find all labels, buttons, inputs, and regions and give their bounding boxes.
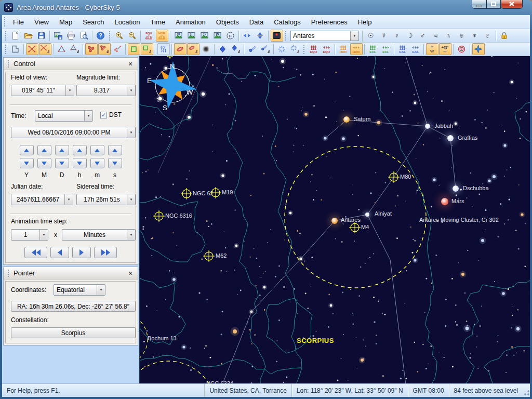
menu-animation[interactable]: Animation bbox=[170, 16, 211, 28]
face-west-button[interactable]: W bbox=[211, 30, 224, 42]
spin-up-h[interactable] bbox=[73, 145, 87, 155]
galaxies-button[interactable] bbox=[174, 43, 187, 55]
spin-down-y[interactable] bbox=[20, 158, 34, 168]
title-bar[interactable]: Area Around Antares - CyberSky 5 bbox=[0, 0, 532, 15]
constellation-labels-button[interactable]: A bbox=[39, 43, 51, 55]
menu-help[interactable]: Help bbox=[353, 16, 377, 28]
time-mode-combo-arrow-icon[interactable] bbox=[84, 111, 92, 121]
comets-button[interactable] bbox=[246, 43, 259, 55]
toolbar1-grip[interactable] bbox=[5, 31, 7, 41]
meteor-shower-labels-button[interactable]: A bbox=[289, 43, 301, 55]
zoom-in-button[interactable] bbox=[113, 30, 126, 42]
spin-down-s[interactable] bbox=[108, 158, 122, 168]
fov-combo-arrow-icon[interactable] bbox=[65, 85, 74, 96]
galactic-grid-button[interactable]: GAL bbox=[396, 43, 409, 55]
galactic-line-button[interactable]: GAL bbox=[409, 43, 422, 55]
flip-horizontal-button[interactable] bbox=[241, 30, 254, 42]
spin-down-d[interactable] bbox=[55, 158, 69, 168]
star-clusters-button[interactable] bbox=[85, 43, 98, 55]
dark-nebulae-button[interactable] bbox=[200, 43, 212, 55]
milky-way-button[interactable] bbox=[157, 43, 170, 55]
anim-value-combo-arrow-icon[interactable] bbox=[39, 230, 48, 240]
toolbar2-grip[interactable] bbox=[5, 45, 7, 54]
julian-combo-arrow-icon[interactable] bbox=[64, 194, 73, 205]
nebulae-button[interactable] bbox=[128, 43, 140, 55]
pointer-panel-close-icon[interactable] bbox=[126, 269, 135, 277]
help-button[interactable]: ? bbox=[95, 30, 107, 42]
face-north-button[interactable]: N bbox=[172, 30, 185, 42]
spin-down-h[interactable] bbox=[73, 158, 87, 168]
pointer-panel-header[interactable]: Pointer bbox=[4, 267, 138, 280]
spin-down-m[interactable] bbox=[90, 158, 104, 168]
menu-catalogs[interactable]: Catalogs bbox=[269, 16, 305, 28]
asterism-labels-button[interactable]: A bbox=[69, 43, 81, 55]
constellation-boundaries-button[interactable] bbox=[9, 43, 22, 55]
menu-preferences[interactable]: Preferences bbox=[306, 16, 353, 28]
saturn-toggle-button[interactable]: ♄ bbox=[443, 30, 455, 42]
fov-combo[interactable]: 019° 45′ 11″ bbox=[11, 85, 74, 96]
anim-unit-combo-arrow-icon[interactable] bbox=[127, 230, 135, 240]
datetime-combo-arrow-icon[interactable] bbox=[127, 127, 135, 138]
magnitude-combo[interactable]: 8.317 bbox=[76, 85, 136, 96]
ecliptic-line-button[interactable]: ECL bbox=[380, 43, 392, 55]
equatorial-grid-button[interactable]: EQU bbox=[308, 43, 320, 55]
coordinates-combo-arrow-icon[interactable] bbox=[97, 285, 105, 295]
ecliptic-grid-button[interactable]: ECL bbox=[367, 43, 379, 55]
spin-up-m[interactable] bbox=[37, 145, 51, 155]
magnitude-combo-arrow-icon[interactable] bbox=[127, 85, 135, 96]
menu-data[interactable]: Data bbox=[244, 16, 269, 28]
pluto-toggle-button[interactable]: ♇ bbox=[482, 30, 494, 42]
mars-toggle-button[interactable]: ♂ bbox=[417, 30, 429, 42]
horizon-line-button[interactable]: HOR bbox=[350, 43, 363, 55]
star-cluster-outlines-button[interactable] bbox=[111, 43, 124, 55]
face-south-button[interactable]: S bbox=[198, 30, 211, 42]
follow-object-button[interactable]: F bbox=[224, 30, 237, 42]
search-object-combo[interactable]: Antares bbox=[290, 31, 359, 41]
venus-toggle-button[interactable]: ♀ bbox=[391, 30, 403, 42]
center-locked-object-button[interactable] bbox=[271, 30, 283, 42]
spin-up-d[interactable] bbox=[55, 145, 69, 155]
menu-search[interactable]: Search bbox=[77, 16, 109, 28]
dst-checkbox[interactable]: ✓ DST bbox=[100, 111, 122, 118]
galaxy-labels-button[interactable]: A bbox=[187, 43, 200, 55]
coordinates-mode-combo[interactable]: Equatorial bbox=[54, 284, 105, 296]
horizon-coordinates-button[interactable]: HOR bbox=[156, 30, 168, 42]
nebula-labels-button[interactable]: A bbox=[141, 43, 153, 55]
control-panel-close-icon[interactable] bbox=[126, 60, 135, 68]
spin-up-m[interactable] bbox=[90, 145, 104, 155]
menu-grip[interactable] bbox=[4, 17, 6, 26]
search-combo-arrow-icon[interactable] bbox=[350, 31, 358, 41]
spin-down-m[interactable] bbox=[37, 158, 51, 168]
print-preview-button[interactable] bbox=[78, 30, 90, 42]
animate-forward-button[interactable] bbox=[72, 247, 91, 258]
toolbar-grip[interactable] bbox=[109, 31, 111, 41]
minimize-button[interactable] bbox=[472, 0, 486, 9]
close-button[interactable] bbox=[501, 0, 523, 9]
menu-view[interactable]: View bbox=[29, 16, 54, 28]
save-file-button[interactable] bbox=[35, 30, 48, 42]
datetime-combo[interactable]: Wed 08/10/2016 09:00:00 PM bbox=[11, 127, 136, 138]
flip-vertical-button[interactable] bbox=[254, 30, 267, 42]
lock-position-button[interactable] bbox=[498, 30, 511, 42]
pointer-panel-grip[interactable] bbox=[7, 270, 10, 277]
time-mode-combo[interactable]: Local bbox=[35, 110, 93, 122]
toolbar-grip[interactable] bbox=[285, 31, 287, 41]
stars-button[interactable] bbox=[217, 43, 229, 55]
comet-labels-button[interactable]: A bbox=[259, 43, 272, 55]
dst-checkbox-check-icon[interactable]: ✓ bbox=[100, 112, 107, 118]
equatorial-coordinates-button[interactable]: EQU bbox=[143, 30, 155, 42]
sidereal-combo-arrow-icon[interactable] bbox=[127, 194, 135, 205]
meteor-showers-button[interactable] bbox=[276, 43, 288, 55]
star-cluster-labels-button[interactable]: A bbox=[98, 43, 111, 55]
jupiter-toggle-button[interactable]: ♃ bbox=[430, 30, 442, 42]
animate-backward-button[interactable] bbox=[50, 247, 69, 258]
toolbar-grip[interactable] bbox=[303, 45, 305, 54]
new-document-button[interactable] bbox=[9, 30, 22, 42]
sky-map[interactable]: SaturnMarsAntaresJabbahGraffiasDschubbaA… bbox=[139, 56, 530, 383]
menu-objects[interactable]: Objects bbox=[211, 16, 244, 28]
horizon-grid-button[interactable]: HOR bbox=[337, 43, 350, 55]
menu-time[interactable]: Time bbox=[145, 16, 170, 28]
cardinal-points-button[interactable]: W bbox=[426, 43, 438, 55]
animate-forward-fast-button[interactable] bbox=[94, 247, 117, 258]
neptune-toggle-button[interactable]: ♆ bbox=[469, 30, 481, 42]
